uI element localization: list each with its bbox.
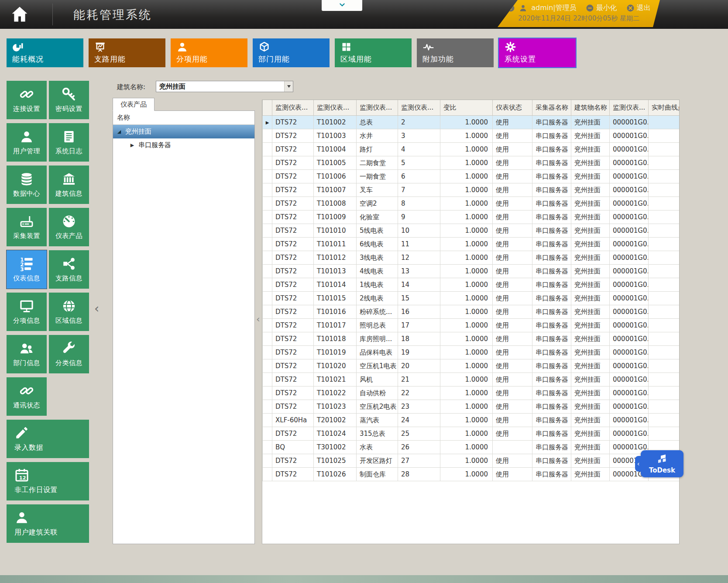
table-cell: 串口服务器: [532, 170, 571, 183]
sidebar-item-collector-device[interactable]: 采集装置: [7, 208, 47, 246]
sidebar-collapse-arrow[interactable]: ‹: [94, 301, 99, 316]
table-row[interactable]: DTS72T101003水井31.0000使用串口服务器兖州挂面000001G0…: [263, 129, 680, 143]
column-header[interactable]: 变比: [440, 100, 493, 116]
table-row[interactable]: ▶DTS72T101002总表21.0000使用串口服务器兖州挂面000001G…: [263, 116, 680, 129]
sidebar-item-department-info[interactable]: 部门信息: [7, 335, 47, 373]
table-row[interactable]: DTS72T1010116线电表111.0000使用串口服务器兖州挂面00000…: [263, 238, 680, 251]
nav-tab-extra-functions[interactable]: 附加功能: [417, 38, 494, 67]
collapsed-twisty-icon[interactable]: ▶: [130, 138, 135, 152]
sidebar-item-region-info[interactable]: 区域信息: [49, 293, 89, 331]
panel-splitter-arrow[interactable]: ‹: [256, 314, 260, 324]
sidebar-item-user-management[interactable]: 用户管理: [7, 123, 47, 162]
table-row[interactable]: DTS72T101021风机211.0000使用串口服务器兖州挂面000001G…: [263, 373, 680, 386]
nav-tab-system-settings[interactable]: 系统设置: [499, 38, 576, 67]
column-header[interactable]: 监测仪表...: [357, 100, 398, 116]
nav-tab-label: 区域用能: [340, 54, 372, 64]
table-row[interactable]: DTS72T101026制面仓库281.0000使用串口服务器兖州挂面00000…: [263, 468, 680, 481]
table-row[interactable]: DTS72T101006一期食堂61.0000使用串口服务器兖州挂面000001…: [263, 170, 680, 183]
table-cell: DTS72: [272, 346, 314, 359]
table-cell: 1.0000: [440, 441, 493, 454]
sidebar-item-non-workday-settings[interactable]: 非工作日设置: [7, 462, 89, 500]
table-row[interactable]: DTS72T101019品保科电表191.0000使用串口服务器兖州挂面0000…: [263, 346, 680, 359]
table-row[interactable]: DTS72T101007叉车71.0000使用串口服务器兖州挂面000001G0…: [263, 183, 680, 197]
table-row[interactable]: DTS72T101009化验室91.0000使用串口服务器兖州挂面000001G…: [263, 210, 680, 224]
minimize-button[interactable]: 最小化: [586, 3, 617, 13]
table-row[interactable]: DTS72T101005二期食堂51.0000使用串口服务器兖州挂面000001…: [263, 156, 680, 170]
table-cell: [649, 305, 680, 319]
table-row[interactable]: DTS72T1010105线电表101.0000使用串口服务器兖州挂面00000…: [263, 224, 680, 238]
table-row[interactable]: DTS72T101016粉碎系统...161.0000使用串口服务器兖州挂面00…: [263, 305, 680, 319]
sidebar-item-data-entry[interactable]: 录入数据: [7, 420, 89, 458]
column-header[interactable]: 监测仪表...: [610, 100, 649, 116]
column-header[interactable]: 监测仪表...: [314, 100, 357, 116]
row-marker-header: [263, 100, 272, 116]
sidebar-item-subentry-info[interactable]: 分项信息: [7, 293, 47, 331]
table-cell: 1.0000: [440, 346, 493, 359]
expanded-twisty-icon[interactable]: ◢: [117, 125, 122, 138]
column-header[interactable]: 仪表状态: [493, 100, 532, 116]
table-row[interactable]: DTS72T101022自动供粉221.0000使用串口服务器兖州挂面00000…: [263, 386, 680, 400]
column-header[interactable]: 监测仪表...: [272, 100, 314, 116]
home-button[interactable]: [10, 5, 30, 24]
todesk-collapse-arrow[interactable]: ‹: [635, 456, 642, 472]
table-row[interactable]: DTS72T101025开发区路灯271.0000使用串口服务器兖州挂面0000…: [263, 454, 680, 468]
table-cell: DTS72: [272, 156, 314, 170]
tree-node-serial-server-node[interactable]: ▶ 串口服务器: [113, 138, 254, 152]
sidebar-item-category-info[interactable]: 分类信息: [49, 335, 89, 373]
table-cell: 7: [398, 183, 440, 197]
table-row[interactable]: DTS72T101018库房照明...181.0000使用串口服务器兖州挂面00…: [263, 332, 680, 346]
meter-product-panel: 仪表产品 名称 ◢ 兖州挂面▶ 串口服务器: [113, 98, 255, 544]
nav-tab-energy-overview[interactable]: 能耗概况: [7, 38, 83, 67]
table-row[interactable]: DTS72T101008空调281.0000使用串口服务器兖州挂面000001G…: [263, 197, 680, 210]
topbar-collapse-button[interactable]: [322, 0, 362, 11]
table-cell: 串口服务器: [532, 468, 571, 481]
table-row[interactable]: XLF-60HaT201002蒸汽表241.0000使用串口服务器兖州挂面000…: [263, 414, 680, 427]
tree-column-header[interactable]: 名称: [113, 111, 254, 125]
sidebar-item-system-log[interactable]: 系统日志: [49, 123, 89, 162]
table-cell: DTS72: [272, 292, 314, 305]
sidebar-item-data-center[interactable]: 数据中心: [7, 166, 47, 204]
sidebar-item-meter-info[interactable]: 仪表信息: [7, 250, 47, 289]
sidebar-item-communication-status[interactable]: 通讯状态: [7, 377, 47, 416]
nav-tab-branch-energy[interactable]: 支路用能: [89, 38, 165, 67]
sidebar-item-password-settings[interactable]: 密码设置: [49, 81, 89, 119]
tab-meter-product[interactable]: 仪表产品: [113, 98, 155, 111]
table-row[interactable]: DTS72T1010134线电表131.0000使用串口服务器兖州挂面00000…: [263, 265, 680, 278]
nav-tab-subentry-energy[interactable]: 分项用能: [171, 38, 247, 67]
app-window: 能耗管理系统 admin|管理员 最小化 退出 2020年11月24日 22时0…: [0, 0, 728, 583]
table-row[interactable]: DTS72T1010152线电表151.0000使用串口服务器兖州挂面00000…: [263, 292, 680, 305]
table-row[interactable]: DTS72T101020空压机1电表201.0000使用串口服务器兖州挂面000…: [263, 359, 680, 373]
sidebar-item-connection-settings[interactable]: 连接设置: [7, 81, 47, 119]
sidebar-item-branch-info[interactable]: 支路信息: [49, 250, 89, 289]
sidebar-item-building-info[interactable]: 建筑信息: [49, 166, 89, 204]
combo-dropdown-icon[interactable]: [284, 81, 293, 92]
table-row[interactable]: DTS72T101017照明总表171.0000使用串口服务器兖州挂面00000…: [263, 319, 680, 332]
table-row[interactable]: BQT301002水表261.0000串口服务器兖州挂面000001G0...: [263, 441, 680, 454]
table-row[interactable]: DTS72T1010123线电表121.0000使用串口服务器兖州挂面00000…: [263, 251, 680, 265]
exit-button[interactable]: 退出: [626, 3, 651, 13]
column-header[interactable]: 建筑物名称: [571, 100, 610, 116]
table-cell: 使用: [493, 143, 532, 156]
column-header[interactable]: 采集器名称: [532, 100, 571, 116]
todesk-badge[interactable]: ‹ ToDesk: [641, 450, 683, 477]
table-cell: 000001G0...: [610, 170, 649, 183]
sidebar-item-label: 部门信息: [13, 359, 40, 367]
nav-tab-department-energy[interactable]: 部门用能: [253, 38, 330, 67]
sidebar-item-user-building-link[interactable]: 用户建筑关联: [7, 504, 89, 543]
pulse-icon: [422, 41, 434, 53]
sidebar-item-meter-product[interactable]: 仪表产品: [49, 208, 89, 246]
column-header[interactable]: 监测仪表...: [398, 100, 440, 116]
column-header[interactable]: 实时曲线点位: [649, 100, 680, 116]
table-row[interactable]: DTS72T101004路灯41.0000使用串口服务器兖州挂面000001G0…: [263, 143, 680, 156]
info-icon[interactable]: [507, 4, 515, 12]
chevron-down-icon: [338, 1, 347, 10]
table-cell: 19: [398, 346, 440, 359]
exit-label: 退出: [637, 3, 651, 13]
tree-node-building-node[interactable]: ◢ 兖州挂面: [113, 125, 254, 138]
table-row[interactable]: DTS72T1010141线电表141.0000使用串口服务器兖州挂面00000…: [263, 278, 680, 292]
table-cell: 使用: [493, 427, 532, 441]
nav-tab-region-energy[interactable]: 区域用能: [335, 38, 412, 67]
table-row[interactable]: DTS72T101024315总表251.0000使用串口服务器兖州挂面0000…: [263, 427, 680, 441]
table-row[interactable]: DTS72T101023空压机2电表231.0000使用串口服务器兖州挂面000…: [263, 400, 680, 414]
building-select[interactable]: 兖州挂面: [156, 81, 293, 92]
